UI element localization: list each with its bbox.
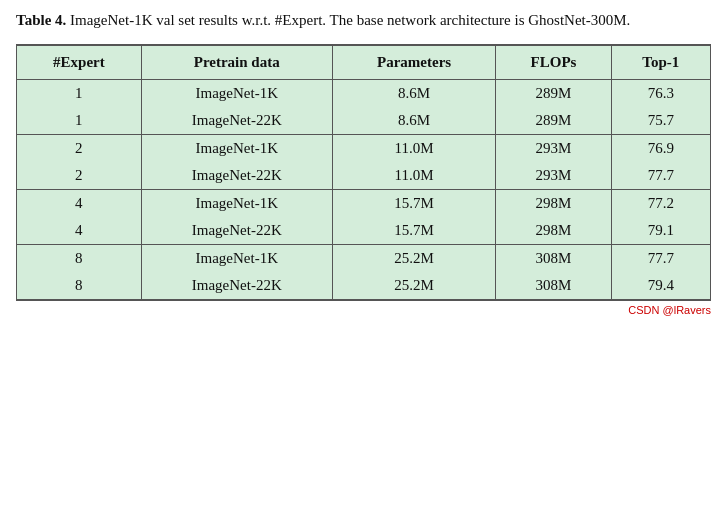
table-row: 8ImageNet-22K25.2M308M79.4 bbox=[17, 272, 710, 300]
cell-pretrain: ImageNet-1K bbox=[141, 189, 332, 217]
cell-flops: 293M bbox=[496, 162, 611, 190]
col-header-flops: FLOPs bbox=[496, 45, 611, 79]
cell-flops: 289M bbox=[496, 79, 611, 107]
col-header-params: Parameters bbox=[332, 45, 496, 79]
cell-top1: 76.3 bbox=[611, 79, 710, 107]
cell-flops: 293M bbox=[496, 134, 611, 162]
cell-flops: 298M bbox=[496, 217, 611, 245]
cell-params: 11.0M bbox=[332, 162, 496, 190]
cell-params: 25.2M bbox=[332, 244, 496, 272]
table-row: 4ImageNet-1K15.7M298M77.2 bbox=[17, 189, 710, 217]
cell-pretrain: ImageNet-22K bbox=[141, 162, 332, 190]
watermark: CSDN @lRavers bbox=[16, 304, 711, 316]
cell-pretrain: ImageNet-22K bbox=[141, 217, 332, 245]
cell-params: 15.7M bbox=[332, 217, 496, 245]
cell-top1: 77.2 bbox=[611, 189, 710, 217]
table-row: 2ImageNet-22K11.0M293M77.7 bbox=[17, 162, 710, 190]
cell-params: 8.6M bbox=[332, 107, 496, 135]
col-header-pretrain: Pretrain data bbox=[141, 45, 332, 79]
table-caption: Table 4. ImageNet-1K val set results w.r… bbox=[16, 10, 630, 32]
cell-expert: 1 bbox=[17, 79, 141, 107]
table-label: Table 4. bbox=[16, 12, 66, 28]
table-row: 4ImageNet-22K15.7M298M79.1 bbox=[17, 217, 710, 245]
cell-top1: 79.4 bbox=[611, 272, 710, 300]
cell-pretrain: ImageNet-22K bbox=[141, 272, 332, 300]
table-row: 1ImageNet-1K8.6M289M76.3 bbox=[17, 79, 710, 107]
col-header-expert: #Expert bbox=[17, 45, 141, 79]
cell-pretrain: ImageNet-1K bbox=[141, 79, 332, 107]
cell-expert: 1 bbox=[17, 107, 141, 135]
cell-params: 11.0M bbox=[332, 134, 496, 162]
col-header-top1: Top-1 bbox=[611, 45, 710, 79]
cell-expert: 8 bbox=[17, 244, 141, 272]
results-table: #Expert Pretrain data Parameters FLOPs T… bbox=[17, 45, 710, 300]
cell-top1: 75.7 bbox=[611, 107, 710, 135]
cell-expert: 2 bbox=[17, 134, 141, 162]
cell-flops: 298M bbox=[496, 189, 611, 217]
cell-flops: 308M bbox=[496, 244, 611, 272]
cell-params: 15.7M bbox=[332, 189, 496, 217]
caption-text: ImageNet-1K val set results w.r.t. #Expe… bbox=[66, 12, 630, 28]
cell-top1: 77.7 bbox=[611, 162, 710, 190]
table-row: 8ImageNet-1K25.2M308M77.7 bbox=[17, 244, 710, 272]
cell-pretrain: ImageNet-22K bbox=[141, 107, 332, 135]
table-row: 2ImageNet-1K11.0M293M76.9 bbox=[17, 134, 710, 162]
cell-expert: 2 bbox=[17, 162, 141, 190]
cell-top1: 76.9 bbox=[611, 134, 710, 162]
cell-expert: 4 bbox=[17, 217, 141, 245]
cell-expert: 8 bbox=[17, 272, 141, 300]
cell-top1: 77.7 bbox=[611, 244, 710, 272]
cell-expert: 4 bbox=[17, 189, 141, 217]
table-header-row: #Expert Pretrain data Parameters FLOPs T… bbox=[17, 45, 710, 79]
table-row: 1ImageNet-22K8.6M289M75.7 bbox=[17, 107, 710, 135]
cell-top1: 79.1 bbox=[611, 217, 710, 245]
cell-params: 8.6M bbox=[332, 79, 496, 107]
cell-params: 25.2M bbox=[332, 272, 496, 300]
cell-pretrain: ImageNet-1K bbox=[141, 244, 332, 272]
cell-flops: 308M bbox=[496, 272, 611, 300]
cell-pretrain: ImageNet-1K bbox=[141, 134, 332, 162]
cell-flops: 289M bbox=[496, 107, 611, 135]
table-container: #Expert Pretrain data Parameters FLOPs T… bbox=[16, 44, 711, 301]
